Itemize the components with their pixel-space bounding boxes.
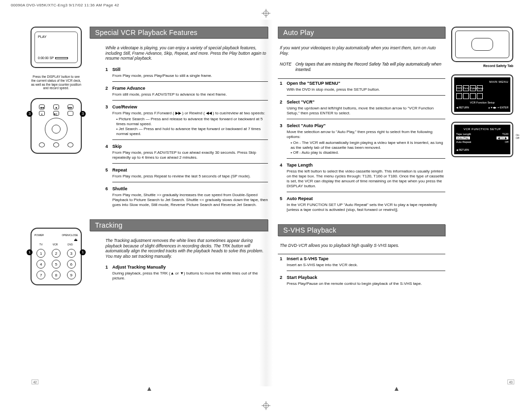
page-right: Auto Play If you want your videotapes to…: [273, 20, 520, 386]
osd-icon: DVD: [456, 85, 462, 91]
step-text: From Play mode, press F.ADV/STEP to cue …: [112, 150, 268, 160]
list-item: Off - Auto play is disabled.: [291, 150, 445, 155]
section-header-special-vcr: Special VCR Playback Features: [90, 27, 268, 38]
osd-vcr-setup-panel: VCR FUNCTION SETUP Tape LengthT120 Auto …: [451, 122, 513, 157]
step-title: Start Playback: [287, 275, 445, 280]
step-text: Press the left button to select the vide…: [287, 169, 445, 189]
right-main-column: Auto Play If you want your videotapes to…: [278, 27, 445, 377]
step-title: Cue/Review: [112, 104, 268, 109]
doc-header-line: 00090A DVD-V85K/XTC-Eng3 9/17/02 11:36 A…: [11, 3, 119, 7]
callout-badge-1-right: 1: [80, 249, 86, 255]
step-text: Press Play/Pause on the remote control t…: [287, 281, 445, 286]
step-num: 3: [105, 104, 112, 140]
cassette-caption: Record Safety Tab: [451, 64, 515, 68]
section-header-autoplay: Auto Play: [278, 27, 445, 38]
remote-dpad-illustration: ◀◀■▶▶ ●▶∥: [31, 98, 82, 154]
steps-autoplay: 1Open the "SETUP MENU"With the DVD in st…: [278, 81, 445, 215]
osd-enter-label: ▲▼◀▶ ↵ ENTER: [488, 106, 508, 109]
step-num: 1: [280, 81, 287, 96]
gutter-arrow-icon: [394, 386, 399, 391]
step-title: Select "Auto Play": [287, 123, 445, 128]
progress-bar-icon: [55, 57, 68, 59]
tv-counter-row: 0:00:00 SP: [38, 56, 68, 60]
intro-autoplay: If you want your videotapes to play auto…: [278, 45, 445, 56]
step-text: From Play mode, Shuttle >> gradually inc…: [112, 193, 268, 207]
osd-icon: [463, 93, 469, 99]
step-num: 5: [105, 168, 112, 182]
note-label: NOTE: [280, 62, 292, 72]
remote-numpad-illustration: POWEROPEN/CLOSE ⏏ TVVCRDVD 123 456 789: [31, 228, 82, 285]
step-title: Select "VCR": [287, 100, 445, 104]
step-title: Skip: [112, 144, 268, 149]
osd-title: MAIN MENU: [456, 80, 508, 83]
osd-return-label: ◀ RETURN: [456, 148, 469, 151]
note-row: NOTE Only tapes that are missing the Rec…: [278, 62, 445, 72]
tv-counter-value: 0:00:00 SP: [38, 56, 54, 60]
section-header-svhs: S-VHS Playback: [278, 224, 445, 236]
step-text: Insert an S-VHS tape into the VCR deck.: [287, 263, 445, 268]
step-text: From still mode, press F.ADV/STEP to adv…: [112, 92, 268, 97]
callout-badge-3-right: 3: [80, 111, 86, 117]
step-num: 6: [105, 186, 112, 210]
list-item: Picture Search — Press and release to ad…: [116, 117, 268, 127]
osd-icon: [477, 93, 483, 99]
step-text: From Play mode, press F.Forward ( ▶▶ ) o…: [112, 111, 268, 137]
step-text: With the DVD in stop mode, press the SET…: [287, 87, 445, 92]
intro-svhs: The DVD-VCR allows you to playback high …: [278, 243, 445, 248]
svg-point-3: [264, 403, 268, 408]
tv-status-panel: PLAY 0:00:00 SP: [31, 27, 82, 68]
osd-row-val: Off: [505, 140, 508, 143]
step-text: From Play mode, press Repeat to review t…: [112, 174, 268, 179]
step-title: Open the "SETUP MENU": [287, 81, 445, 86]
step-title: Frame Advance: [112, 86, 268, 91]
gutter-arrow-icon: [147, 386, 152, 391]
section-header-tracking: Tracking: [90, 219, 268, 231]
right-sidebar: Record Safety Tab MAIN MENU DVD Func Opt…: [451, 27, 515, 377]
step-num: 4: [105, 144, 112, 164]
tv-panel-caption: Press the DISPLAY button to see the curr…: [31, 75, 82, 90]
step-title: Auto Repeat: [287, 196, 445, 201]
osd-mid-text: VCR Function Setup: [456, 101, 508, 104]
step-num: 2: [280, 275, 287, 289]
step-title: Adjust Tracking Manually: [112, 265, 268, 270]
step-num: 1: [280, 256, 287, 271]
osd-row-val: T120: [502, 133, 508, 136]
osd-icon: Func: [463, 85, 469, 91]
page-spread: PLAY 0:00:00 SP Press the DISPLAY button…: [26, 20, 520, 386]
steps-tracking: 1Adjust Tracking ManuallyDuring playback…: [105, 265, 268, 284]
step-num: 1: [105, 265, 112, 284]
page-left: PLAY 0:00:00 SP Press the DISPLAY button…: [26, 20, 273, 386]
left-sidebar: PLAY 0:00:00 SP Press the DISPLAY button…: [31, 27, 82, 377]
step-title: Insert a S-VHS Tape: [287, 256, 445, 261]
svg-marker-6: [147, 387, 151, 391]
intro-special-vcr: While a videotape is playing, you can en…: [105, 45, 268, 61]
osd-icon: [456, 93, 462, 99]
osd-row-key: Auto Play: [456, 137, 470, 139]
dpad-icon: [45, 118, 67, 140]
step-title: Shuttle: [112, 186, 268, 191]
osd-return-label: ◀ RETURN: [456, 106, 469, 109]
svg-marker-7: [395, 387, 399, 391]
osd-icon: [470, 93, 476, 99]
step-title: Still: [112, 67, 268, 72]
step-num: 5: [280, 196, 287, 215]
osd-row-key: Auto Repeat: [456, 140, 471, 143]
list-item: Jet Search — Press and hold to advance t…: [116, 127, 268, 137]
step-num: 2: [280, 100, 287, 119]
page-number-right: 43: [507, 379, 514, 384]
step-num: 4: [280, 163, 287, 192]
step-text: Using the up/down and left/right buttons…: [287, 106, 445, 116]
osd-main-menu-panel: MAIN MENU DVD Func Option Setup VCR Func…: [451, 74, 513, 115]
svg-point-0: [264, 11, 268, 16]
steps-svhs: 1Insert a S-VHS TapeInsert an S-VHS tape…: [278, 256, 445, 289]
left-main-column: Special VCR Playback Features While a vi…: [90, 27, 268, 377]
step-title: Tape Length: [287, 163, 445, 168]
steps-special-vcr: 1StillFrom Play mode, press Play/Pause t…: [105, 67, 268, 210]
note-text: Only tapes that are missing the Record S…: [296, 62, 445, 72]
step-num: 2: [105, 86, 112, 101]
step-text: In the VCR FUNCTION SET UP "Auto Repeat"…: [287, 203, 445, 212]
step-title: Repeat: [112, 168, 268, 172]
osd-row-val: ◀ On ▶: [497, 137, 508, 139]
osd-side-opt: Off: [516, 137, 519, 139]
list-item: On - The VCR will automatically begin pl…: [291, 140, 445, 150]
